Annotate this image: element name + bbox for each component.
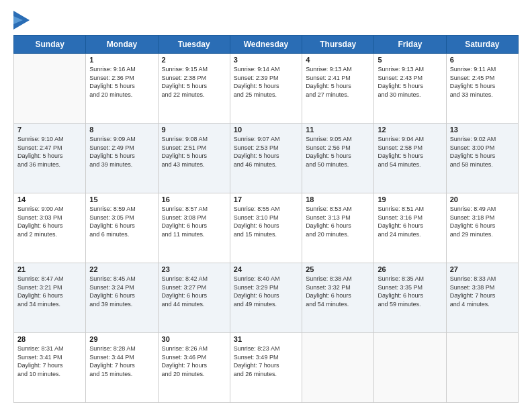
- day-info: Sunrise: 9:16 AM Sunset: 2:36 PM Dayligh…: [89, 65, 154, 99]
- day-info: Sunrise: 9:09 AM Sunset: 2:49 PM Dayligh…: [89, 135, 154, 169]
- weekday-header-friday: Friday: [374, 36, 446, 54]
- calendar-cell: 13Sunrise: 9:02 AM Sunset: 3:00 PM Dayli…: [446, 124, 518, 193]
- day-info: Sunrise: 9:08 AM Sunset: 2:51 PM Dayligh…: [162, 135, 226, 169]
- day-info: Sunrise: 8:55 AM Sunset: 3:10 PM Dayligh…: [234, 205, 298, 238]
- calendar-week-row: 14Sunrise: 9:00 AM Sunset: 3:03 PM Dayli…: [14, 193, 519, 263]
- calendar-cell: 2Sunrise: 9:15 AM Sunset: 2:38 PM Daylig…: [158, 54, 230, 124]
- day-number: 18: [306, 195, 370, 203]
- day-number: 25: [306, 265, 370, 273]
- calendar-cell: 21Sunrise: 8:47 AM Sunset: 3:21 PM Dayli…: [14, 263, 86, 333]
- calendar-cell: 9Sunrise: 9:08 AM Sunset: 2:51 PM Daylig…: [158, 124, 230, 193]
- calendar-week-row: 1Sunrise: 9:16 AM Sunset: 2:36 PM Daylig…: [14, 54, 519, 124]
- day-number: 9: [162, 126, 226, 134]
- day-number: 15: [89, 195, 154, 203]
- day-number: 16: [162, 195, 226, 203]
- day-info: Sunrise: 8:33 AM Sunset: 3:38 PM Dayligh…: [450, 275, 515, 308]
- day-number: 27: [450, 265, 515, 273]
- calendar-cell: 10Sunrise: 9:07 AM Sunset: 2:53 PM Dayli…: [230, 124, 302, 193]
- day-info: Sunrise: 9:07 AM Sunset: 2:53 PM Dayligh…: [234, 135, 298, 169]
- calendar-cell: [14, 54, 86, 124]
- day-info: Sunrise: 8:35 AM Sunset: 3:35 PM Dayligh…: [378, 275, 442, 308]
- day-info: Sunrise: 9:04 AM Sunset: 2:58 PM Dayligh…: [378, 135, 442, 169]
- day-info: Sunrise: 8:49 AM Sunset: 3:18 PM Dayligh…: [450, 205, 515, 238]
- calendar-cell: 19Sunrise: 8:51 AM Sunset: 3:16 PM Dayli…: [374, 193, 446, 263]
- day-info: Sunrise: 8:47 AM Sunset: 3:21 PM Dayligh…: [17, 275, 82, 308]
- day-info: Sunrise: 9:05 AM Sunset: 2:56 PM Dayligh…: [306, 135, 370, 169]
- day-number: 24: [234, 265, 298, 273]
- day-info: Sunrise: 8:57 AM Sunset: 3:08 PM Dayligh…: [162, 205, 226, 238]
- weekday-header-saturday: Saturday: [446, 36, 518, 54]
- calendar-cell: 22Sunrise: 8:45 AM Sunset: 3:24 PM Dayli…: [86, 263, 158, 333]
- day-info: Sunrise: 9:11 AM Sunset: 2:45 PM Dayligh…: [450, 65, 515, 99]
- day-number: 3: [234, 56, 298, 64]
- calendar-cell: 29Sunrise: 8:28 AM Sunset: 3:44 PM Dayli…: [86, 333, 158, 403]
- day-info: Sunrise: 9:13 AM Sunset: 2:43 PM Dayligh…: [378, 65, 442, 99]
- day-number: 2: [162, 56, 226, 64]
- calendar-cell: [302, 333, 374, 403]
- day-info: Sunrise: 8:28 AM Sunset: 3:44 PM Dayligh…: [89, 345, 154, 378]
- calendar-cell: 11Sunrise: 9:05 AM Sunset: 2:56 PM Dayli…: [302, 124, 374, 193]
- weekday-header-thursday: Thursday: [302, 36, 374, 54]
- calendar-cell: 18Sunrise: 8:53 AM Sunset: 3:13 PM Dayli…: [302, 193, 374, 263]
- page: SundayMondayTuesdayWednesdayThursdayFrid…: [0, 0, 532, 411]
- calendar-cell: 20Sunrise: 8:49 AM Sunset: 3:18 PM Dayli…: [446, 193, 518, 263]
- calendar-cell: 16Sunrise: 8:57 AM Sunset: 3:08 PM Dayli…: [158, 193, 230, 263]
- calendar-cell: 8Sunrise: 9:09 AM Sunset: 2:49 PM Daylig…: [86, 124, 158, 193]
- header: [13, 11, 519, 30]
- day-info: Sunrise: 8:23 AM Sunset: 3:49 PM Dayligh…: [234, 345, 298, 378]
- day-number: 14: [17, 195, 82, 203]
- calendar-week-row: 7Sunrise: 9:10 AM Sunset: 2:47 PM Daylig…: [14, 124, 519, 193]
- day-info: Sunrise: 8:38 AM Sunset: 3:32 PM Dayligh…: [306, 275, 370, 308]
- calendar-cell: 1Sunrise: 9:16 AM Sunset: 2:36 PM Daylig…: [86, 54, 158, 124]
- calendar-cell: [446, 333, 518, 403]
- logo: [13, 11, 32, 30]
- day-number: 8: [89, 126, 154, 134]
- weekday-header-tuesday: Tuesday: [158, 36, 230, 54]
- day-number: 29: [89, 335, 154, 343]
- day-info: Sunrise: 8:42 AM Sunset: 3:27 PM Dayligh…: [162, 275, 226, 308]
- logo-icon: [13, 11, 30, 30]
- day-number: 20: [450, 195, 515, 203]
- day-number: 31: [234, 335, 298, 343]
- calendar-cell: 3Sunrise: 9:14 AM Sunset: 2:39 PM Daylig…: [230, 54, 302, 124]
- day-number: 19: [378, 195, 442, 203]
- calendar-cell: 17Sunrise: 8:55 AM Sunset: 3:10 PM Dayli…: [230, 193, 302, 263]
- day-number: 5: [378, 56, 442, 64]
- calendar-cell: 23Sunrise: 8:42 AM Sunset: 3:27 PM Dayli…: [158, 263, 230, 333]
- day-info: Sunrise: 9:14 AM Sunset: 2:39 PM Dayligh…: [234, 65, 298, 99]
- weekday-header-monday: Monday: [86, 36, 158, 54]
- calendar-cell: 24Sunrise: 8:40 AM Sunset: 3:29 PM Dayli…: [230, 263, 302, 333]
- calendar-cell: 26Sunrise: 8:35 AM Sunset: 3:35 PM Dayli…: [374, 263, 446, 333]
- day-number: 13: [450, 126, 515, 134]
- day-number: 28: [17, 335, 82, 343]
- calendar-cell: 4Sunrise: 9:13 AM Sunset: 2:41 PM Daylig…: [302, 54, 374, 124]
- calendar-cell: 6Sunrise: 9:11 AM Sunset: 2:45 PM Daylig…: [446, 54, 518, 124]
- weekday-header-wednesday: Wednesday: [230, 36, 302, 54]
- day-number: 6: [450, 56, 515, 64]
- calendar-week-row: 28Sunrise: 8:31 AM Sunset: 3:41 PM Dayli…: [14, 333, 519, 403]
- calendar-cell: 27Sunrise: 8:33 AM Sunset: 3:38 PM Dayli…: [446, 263, 518, 333]
- day-number: 17: [234, 195, 298, 203]
- day-number: 22: [89, 265, 154, 273]
- day-info: Sunrise: 8:26 AM Sunset: 3:46 PM Dayligh…: [162, 345, 226, 378]
- day-info: Sunrise: 9:15 AM Sunset: 2:38 PM Dayligh…: [162, 65, 226, 99]
- day-info: Sunrise: 8:31 AM Sunset: 3:41 PM Dayligh…: [17, 345, 82, 378]
- day-number: 23: [162, 265, 226, 273]
- calendar-cell: 14Sunrise: 9:00 AM Sunset: 3:03 PM Dayli…: [14, 193, 86, 263]
- day-number: 4: [306, 56, 370, 64]
- calendar-cell: 12Sunrise: 9:04 AM Sunset: 2:58 PM Dayli…: [374, 124, 446, 193]
- calendar-cell: [374, 333, 446, 403]
- day-info: Sunrise: 9:10 AM Sunset: 2:47 PM Dayligh…: [17, 135, 82, 169]
- day-number: 21: [17, 265, 82, 273]
- day-number: 30: [162, 335, 226, 343]
- day-info: Sunrise: 9:00 AM Sunset: 3:03 PM Dayligh…: [17, 205, 82, 238]
- day-info: Sunrise: 8:51 AM Sunset: 3:16 PM Dayligh…: [378, 205, 442, 238]
- day-info: Sunrise: 8:45 AM Sunset: 3:24 PM Dayligh…: [89, 275, 154, 308]
- weekday-header-row: SundayMondayTuesdayWednesdayThursdayFrid…: [14, 36, 519, 54]
- day-info: Sunrise: 9:02 AM Sunset: 3:00 PM Dayligh…: [450, 135, 515, 169]
- calendar-cell: 28Sunrise: 8:31 AM Sunset: 3:41 PM Dayli…: [14, 333, 86, 403]
- calendar-table: SundayMondayTuesdayWednesdayThursdayFrid…: [13, 35, 519, 403]
- day-info: Sunrise: 8:59 AM Sunset: 3:05 PM Dayligh…: [89, 205, 154, 238]
- calendar-cell: 5Sunrise: 9:13 AM Sunset: 2:43 PM Daylig…: [374, 54, 446, 124]
- calendar-cell: 30Sunrise: 8:26 AM Sunset: 3:46 PM Dayli…: [158, 333, 230, 403]
